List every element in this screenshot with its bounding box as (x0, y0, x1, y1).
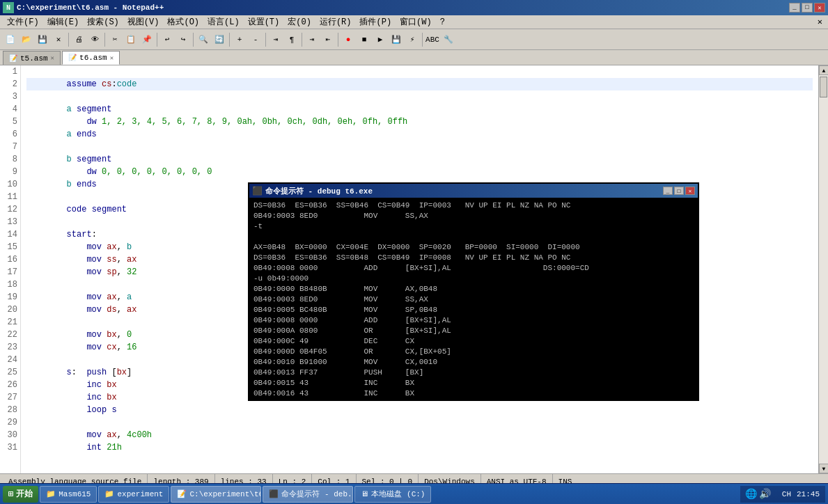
code-line-4: dw 1, 2, 3, 4, 5, 6, 7, 8, 9, 0ah, 0bh, … (26, 103, 813, 116)
new-button[interactable]: 📄 (3, 32, 18, 47)
line-num-21: 21 (0, 316, 17, 329)
line-num-30: 30 (0, 429, 17, 441)
window-title: C:\experiment\t6.asm - Notepad++ (17, 3, 164, 12)
line-num-14: 14 (0, 228, 17, 241)
minimize-button[interactable]: _ (789, 3, 800, 13)
code-line-29: mov ax, 4c00h (26, 416, 813, 429)
macro-play-button[interactable]: ▶ (373, 32, 388, 47)
line-num-12: 12 (0, 203, 17, 216)
word-wrap-button[interactable]: ⇥ (268, 32, 283, 47)
paste-button[interactable]: 📌 (139, 32, 155, 47)
drive-label: 本地磁盘 (C:) (371, 489, 425, 499)
line-num-15: 15 (0, 241, 17, 253)
close-tab-button[interactable]: ✕ (51, 32, 66, 47)
menu-search[interactable]: 搜索(S) (83, 15, 123, 29)
cmd-line-16: 0B49:0010 B91000 MOV CX,0010 (253, 357, 694, 368)
taskbar-btn-drive[interactable]: 🖥 本地磁盘 (C:) (354, 486, 431, 503)
zoom-out-button[interactable]: - (248, 32, 263, 47)
menu-window[interactable]: 窗口(W) (396, 15, 436, 29)
experiment-folder-icon: 📁 (104, 489, 114, 498)
menu-view[interactable]: 视图(V) (123, 15, 164, 29)
cmd-title-bar: ⬛ 命令提示符 - debug t6.exe _ □ ✕ (249, 184, 698, 198)
line-num-11: 11 (0, 191, 17, 203)
open-button[interactable]: 📂 (19, 32, 34, 47)
spell-check-button[interactable]: ABC (425, 32, 440, 47)
cmd-line-18: 0B49:0015 43 INC BX (253, 378, 694, 388)
outdent-button[interactable]: ⇤ (320, 32, 336, 47)
copy-button[interactable]: 📋 (123, 32, 139, 47)
start-button[interactable]: ⊞ 开始 (3, 486, 38, 503)
tab-t5-close[interactable]: ✕ (51, 54, 54, 62)
cmd-maximize-button[interactable]: □ (674, 187, 684, 195)
tab-t5[interactable]: 📝 t5.asm ✕ (3, 51, 61, 65)
code-line-2 (26, 78, 813, 90)
line-num-29: 29 (0, 416, 17, 429)
cmd-line-19: 0B49:0016 43 INC BX (253, 388, 694, 399)
maximize-button[interactable]: □ (802, 3, 813, 13)
menu-file[interactable]: 文件(F) (3, 15, 43, 29)
find-button[interactable]: 🔍 (196, 32, 211, 47)
line-num-9: 9 (0, 166, 17, 178)
save-button[interactable]: 💾 (35, 32, 50, 47)
line-num-16: 16 (0, 253, 17, 266)
cmd-close-button[interactable]: ✕ (685, 187, 695, 195)
menu-run[interactable]: 运行(R) (315, 15, 356, 29)
run-macro-button[interactable]: ⚡ (405, 32, 420, 47)
taskbar-btn-cmd[interactable]: ⬛ 命令提示符 - deb... (263, 486, 353, 503)
extra-button[interactable]: 🔧 (441, 32, 456, 47)
line-num-1: 1 (0, 65, 17, 78)
line-num-17: 17 (0, 266, 17, 278)
vertical-scrollbar[interactable]: ▲ ▼ (818, 65, 828, 473)
tab-t5-icon: 📝 (9, 54, 17, 63)
indent-button[interactable]: ⇥ (304, 32, 320, 47)
macro-rec-button[interactable]: ● (341, 32, 356, 47)
line-num-31: 31 (0, 441, 17, 454)
print-preview-button[interactable]: 👁 (87, 32, 102, 47)
line-num-3: 3 (0, 90, 17, 103)
line-numbers: 1 2 3 4 5 6 7 8 9 10 11 12 13 14 15 16 1… (0, 65, 21, 473)
menu-plugins[interactable]: 插件(P) (355, 15, 396, 29)
menu-format[interactable]: 格式(O) (163, 15, 203, 29)
zoom-in-button[interactable]: + (232, 32, 247, 47)
line-num-2: 2 (0, 78, 17, 90)
code-line-3: a segment (26, 90, 813, 103)
redo-button[interactable]: ↪ (175, 32, 191, 47)
menu-help[interactable]: ? (436, 16, 449, 29)
scroll-track[interactable] (819, 75, 828, 464)
close-button[interactable]: ✕ (814, 3, 825, 13)
line-num-20: 20 (0, 304, 17, 316)
line-num-18: 18 (0, 278, 17, 291)
menu-close-x[interactable]: ✕ (815, 17, 825, 27)
cmd-minimize-button[interactable]: _ (663, 187, 673, 195)
print-button[interactable]: 🖨 (71, 32, 86, 47)
tab-t6[interactable]: 📝 t6.asm ✕ (62, 51, 120, 65)
taskbar-btn-notepad[interactable]: 📝 C:\experiment\t6... (171, 486, 261, 503)
drive-icon: 🖥 (361, 489, 368, 498)
cmd-line-5: AX=0B48 BX=0000 CX=004E DX=0000 SP=0020 … (253, 242, 694, 253)
notepad-label: C:\experiment\t6... (189, 490, 261, 498)
scroll-up-button[interactable]: ▲ (819, 65, 828, 75)
menu-edit[interactable]: 编辑(E) (43, 15, 84, 29)
all-chars-button[interactable]: ¶ (284, 32, 299, 47)
language-indicator[interactable]: CH (782, 490, 791, 498)
scroll-thumb[interactable] (820, 77, 827, 97)
cmd-window: ⬛ 命令提示符 - debug t6.exe _ □ ✕ DS=0B36 ES=… (248, 182, 699, 401)
taskbar-btn-experiment[interactable]: 📁 experiment (98, 486, 169, 503)
cmd-line-12: 0B49:0008 0000 ADD [BX+SI],AL (253, 315, 694, 326)
tab-t6-close[interactable]: ✕ (110, 54, 114, 62)
menu-macro[interactable]: 宏(0) (283, 15, 315, 29)
volume-icon: 🔊 (760, 489, 771, 500)
toolbar-sep-7 (302, 33, 302, 47)
macro-stop-button[interactable]: ■ (357, 32, 372, 47)
cmd-line-9: 0B49:0000 B8480B MOV AX,0B48 (253, 284, 694, 294)
macro-save-button[interactable]: 💾 (389, 32, 404, 47)
cut-button[interactable]: ✂ (107, 32, 123, 47)
taskbar-btn-masm[interactable]: 📁 Masm615 (40, 486, 97, 503)
menu-language[interactable]: 语言(L) (203, 15, 244, 29)
replace-button[interactable]: 🔄 (212, 32, 227, 47)
scroll-down-button[interactable]: ▼ (819, 464, 828, 473)
main-window: N C:\experiment\t6.asm - Notepad++ _ □ ✕… (0, 0, 828, 504)
undo-button[interactable]: ↩ (159, 32, 175, 47)
toolbar-sep-1 (68, 33, 69, 47)
menu-settings[interactable]: 设置(T) (244, 15, 284, 29)
